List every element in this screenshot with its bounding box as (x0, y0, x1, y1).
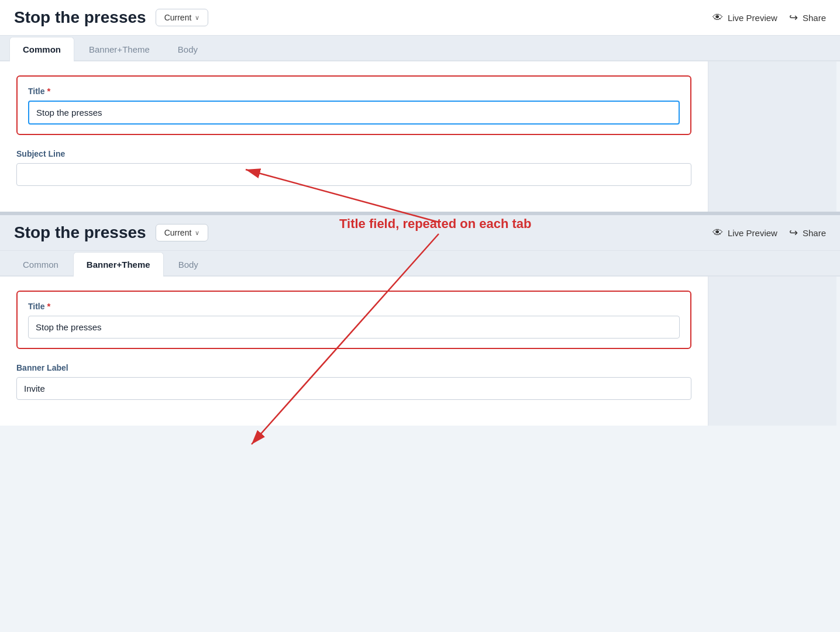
bottom-tab-banner-theme[interactable]: Banner+Theme (73, 252, 164, 277)
top-title-label: Title * (28, 86, 680, 96)
main-wrapper: Stop the presses Current ∨ 👁 Live Previe… (0, 0, 840, 426)
top-title-input[interactable] (28, 101, 680, 125)
top-tab-common[interactable]: Common (9, 37, 74, 61)
bottom-header-right: 👁 Live Preview ↪ Share (712, 226, 826, 239)
top-content-area: Title * Subject Line (0, 61, 708, 212)
bottom-title-required-star: * (47, 301, 51, 311)
top-sidebar-strip (708, 61, 836, 212)
top-tabs-bar: Common Banner+Theme Body (0, 36, 840, 61)
bottom-live-preview-button[interactable]: 👁 Live Preview (712, 227, 777, 239)
bottom-tabs-bar: Common Banner+Theme Body (0, 251, 840, 277)
bottom-chevron-icon: ∨ (195, 229, 199, 237)
bottom-share-label: Share (803, 228, 826, 238)
top-share-label: Share (803, 13, 826, 23)
bottom-content-wrapper: Title * Banner Label (0, 277, 840, 426)
top-title-field-section: Title * (16, 75, 691, 135)
bottom-version-button[interactable]: Current ∨ (156, 224, 209, 241)
top-page-title: Stop the presses (14, 8, 146, 27)
bottom-banner-label-label: Banner Label (16, 363, 691, 372)
top-title-required-star: * (47, 86, 51, 96)
bottom-sidebar-strip (708, 277, 836, 426)
bottom-share-button[interactable]: ↪ Share (789, 226, 826, 239)
bottom-title-field-section: Title * (16, 291, 691, 349)
bottom-content-area: Title * Banner Label (0, 277, 708, 426)
bottom-panel: Stop the presses Current ∨ 👁 Live Previe… (0, 214, 840, 426)
top-live-preview-button[interactable]: 👁 Live Preview (712, 12, 777, 24)
top-version-button[interactable]: Current ∨ (156, 9, 209, 26)
bottom-tab-body[interactable]: Body (165, 252, 212, 277)
bottom-page-title: Stop the presses (14, 223, 146, 242)
top-header: Stop the presses Current ∨ 👁 Live Previe… (0, 0, 840, 36)
top-tab-body[interactable]: Body (164, 37, 211, 61)
top-share-icon: ↪ (789, 11, 798, 24)
top-header-right: 👁 Live Preview ↪ Share (712, 11, 826, 24)
top-live-preview-label: Live Preview (728, 13, 777, 23)
bottom-tab-common[interactable]: Common (9, 252, 72, 277)
bottom-eye-icon: 👁 (712, 227, 723, 239)
top-subject-line-section: Subject Line (16, 149, 691, 186)
bottom-header: Stop the presses Current ∨ 👁 Live Previe… (0, 214, 840, 251)
top-tab-banner-theme[interactable]: Banner+Theme (75, 37, 163, 61)
top-version-label: Current (164, 13, 192, 22)
top-chevron-icon: ∨ (195, 14, 199, 22)
bottom-share-icon: ↪ (789, 226, 798, 239)
bottom-banner-label-input[interactable] (16, 377, 691, 400)
bottom-live-preview-label: Live Preview (728, 228, 777, 238)
top-subject-line-label: Subject Line (16, 149, 691, 158)
bottom-title-input[interactable] (28, 316, 680, 339)
bottom-version-label: Current (164, 228, 192, 237)
top-panel: Stop the presses Current ∨ 👁 Live Previe… (0, 0, 840, 214)
top-subject-line-input[interactable] (16, 163, 691, 186)
bottom-banner-label-section: Banner Label (16, 363, 691, 400)
top-content-wrapper: Title * Subject Line (0, 61, 840, 212)
top-eye-icon: 👁 (712, 12, 723, 24)
top-share-button[interactable]: ↪ Share (789, 11, 826, 24)
bottom-title-label: Title * (28, 301, 680, 311)
